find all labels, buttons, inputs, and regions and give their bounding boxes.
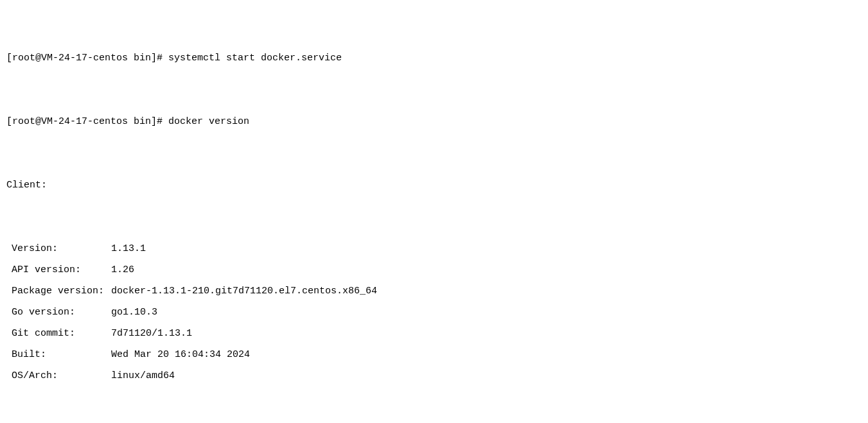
client-field-value: 7d71120/1.13.1 bbox=[111, 323, 862, 344]
client-field-label: API version: bbox=[6, 259, 111, 281]
command-line-2: [root@VM-24-17-centos bin]# docker versi… bbox=[6, 111, 862, 132]
client-field-row: Git commit:7d71120/1.13.1 bbox=[6, 323, 862, 344]
client-field-label: Package version: bbox=[6, 281, 111, 302]
client-field-row: Version:1.13.1 bbox=[6, 238, 862, 259]
client-field-value: 1.26 bbox=[111, 259, 862, 281]
client-field-row: Go version:go1.10.3 bbox=[6, 302, 862, 323]
client-field-value: go1.10.3 bbox=[111, 302, 862, 323]
client-field-value: 1.13.1 bbox=[111, 238, 862, 259]
client-field-label: Built: bbox=[6, 344, 111, 365]
client-header: Client: bbox=[6, 175, 862, 196]
client-field-row: Package version:docker-1.13.1-210.git7d7… bbox=[6, 281, 862, 302]
terminal-output: [root@VM-24-17-centos bin]# systemctl st… bbox=[6, 5, 862, 423]
client-field-label: Go version: bbox=[6, 302, 111, 323]
client-field-label: OS/Arch: bbox=[6, 365, 111, 386]
client-field-row: Built:Wed Mar 20 16:04:34 2024 bbox=[6, 344, 862, 365]
client-field-row: OS/Arch:linux/amd64 bbox=[6, 365, 862, 386]
client-field-value: linux/amd64 bbox=[111, 365, 862, 386]
client-field-label: Git commit: bbox=[6, 323, 111, 344]
client-field-label: Version: bbox=[6, 238, 111, 259]
command-line-1: [root@VM-24-17-centos bin]# systemctl st… bbox=[6, 47, 862, 69]
client-field-value: Wed Mar 20 16:04:34 2024 bbox=[111, 344, 862, 365]
client-field-value: docker-1.13.1-210.git7d71120.el7.centos.… bbox=[111, 281, 862, 302]
client-field-row: API version:1.26 bbox=[6, 259, 862, 281]
